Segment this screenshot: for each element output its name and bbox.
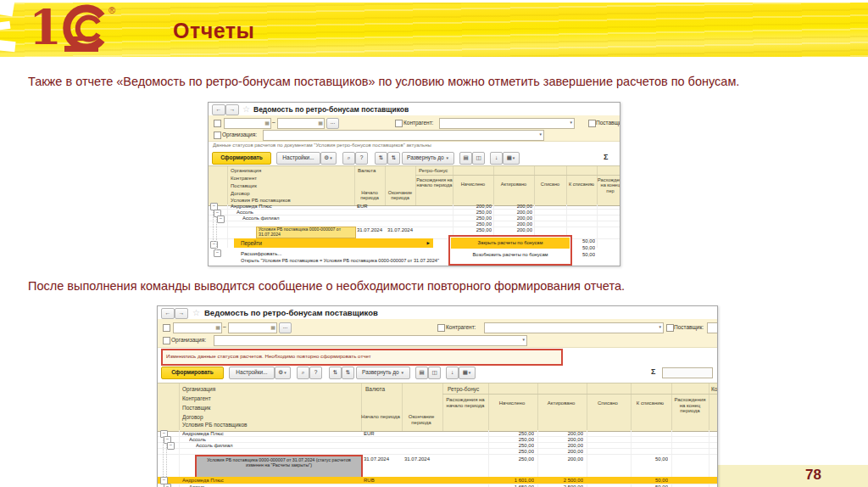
column-header-comment[interactable]: Кома [711,386,718,392]
supplier-checkbox[interactable] [588,120,596,127]
export-button[interactable]: ▦▼ [503,152,520,165]
tree-expander-icon[interactable]: − [214,249,221,257]
back-button[interactable]: ← [212,104,225,115]
period-checkbox[interactable] [214,120,221,127]
column-header-period-end[interactable]: Окончание периода [402,414,441,425]
period-end-input[interactable]: ▦ [277,118,325,129]
column-header-end-diff[interactable]: Расхождения на конец периода [672,397,708,414]
column-header-writeoff-done[interactable]: Списано [587,400,629,406]
column-header-currency[interactable]: Валюта [358,168,376,173]
period-more-button[interactable]: ... [326,118,339,129]
period-start-input[interactable]: ▦ [173,322,222,333]
find-cancel-button[interactable]: ? [309,367,322,379]
column-header-organization[interactable]: Организация [182,386,215,392]
favorite-star-icon[interactable]: ☆ [242,105,250,114]
column-divider [488,383,489,431]
favorite-star-icon[interactable]: ☆ [192,309,200,317]
column-header-supplier[interactable]: Поставщик [231,183,257,188]
print-button[interactable]: ▤ [415,367,428,379]
save-button[interactable]: ↓ [446,367,459,379]
generate-button[interactable]: Сформировать [161,367,224,379]
expand-all-button[interactable]: ⇅ [329,367,342,379]
column-header-acted[interactable]: Актировано [493,182,534,187]
preview-button[interactable]: ◫ [428,367,441,379]
find-cancel-button[interactable]: ? [355,152,368,165]
row-acted: 200,00 [539,456,583,462]
save-button[interactable]: ↓ [490,152,503,165]
generate-button[interactable]: Сформировать [212,152,271,165]
dropdown-icon: ▼ [659,325,662,329]
table-row[interactable]: Ассоль 1 650,00 2 500,00 50,00 [158,484,717,487]
organization-checkbox[interactable] [163,337,170,344]
forward-button[interactable]: → [175,308,188,319]
context-menu-item-decrypt[interactable]: Расшифровать... [241,250,282,256]
settings-button[interactable]: Настройки... [276,152,320,165]
organization-checkbox[interactable] [214,132,221,139]
status-line: Данные статусов расчетов по документам "… [213,143,431,148]
expand-to-button[interactable]: Развернуть до ▼ [402,152,454,165]
column-header-writeoff-due[interactable]: К списанию [566,182,597,187]
column-header-contract[interactable]: Договор [231,191,250,196]
supplier-checkbox[interactable] [666,324,674,332]
period-start-input[interactable]: ▦ [224,118,271,129]
organization-combo[interactable]: ▼ [263,130,544,141]
organization-combo[interactable]: ▼ [214,335,527,346]
highlighted-condition-cell[interactable]: Условия РБ поставщика 0000-000007 от 31.… [256,227,356,238]
find-button[interactable]: ⌕ [342,152,355,165]
context-menu-item-goto[interactable]: Перейти ▶ [234,238,433,248]
sigma-icon[interactable]: Σ [651,367,655,376]
table-row[interactable]: Условия РБ поставщика 0000-000007 от 31.… [158,454,717,477]
column-header-conditions[interactable]: Условия РБ поставщиков [182,422,248,428]
column-divider [537,383,538,431]
forward-button[interactable]: → [225,104,239,115]
column-header-end-diff[interactable]: Расхождения на конец пер [598,177,620,193]
collapse-all-button[interactable]: ⇅ [342,367,354,379]
column-header-accrued[interactable]: Начислено [488,400,536,406]
expand-to-button[interactable]: Развернуть до ▼ [356,367,410,379]
counterparty-combo[interactable]: ▼ [484,322,664,333]
counterparty-checkbox[interactable] [437,324,445,332]
column-header-currency[interactable]: Валюта [365,386,385,392]
context-menu-item-open[interactable]: Открыть "Условия РБ поставщиков = Услови… [241,258,439,263]
column-header-writeoff-due[interactable]: К списанию [631,400,670,406]
column-header-period-end[interactable]: Окончание периода [385,190,415,201]
column-header-supplier[interactable]: Поставщик [182,405,210,411]
back-button[interactable]: ← [161,308,175,319]
highlighted-condition-cell[interactable]: Условия РБ поставщика 0000-000007 от 31.… [195,455,363,479]
column-header-accrued[interactable]: Начислено [453,182,493,187]
sigma-icon[interactable]: Σ [604,153,608,161]
period-end-input[interactable]: ▦ [228,322,277,333]
period-checkbox[interactable] [163,324,170,332]
column-header-begin-diff[interactable]: Расхождения на начало периода [416,177,453,188]
period-more-button[interactable]: ... [279,322,292,333]
column-divider [587,383,587,431]
supplier-input[interactable] [707,322,718,333]
quick-filter-input[interactable] [662,367,713,378]
column-header-contract[interactable]: Договор [182,414,203,420]
submenu-item-resume-bonus[interactable]: Возобновить расчеты по бонусам [451,249,570,260]
tree-expander-icon[interactable]: − [217,216,225,223]
expand-all-button[interactable]: ⇅ [375,152,387,165]
settings-menu-button[interactable]: ⚙▼ [275,367,291,379]
column-header-acted[interactable]: Актировано [537,400,585,406]
counterparty-combo[interactable]: ▼ [439,118,575,129]
collapse-all-button[interactable]: ⇅ [387,152,400,165]
column-header-period-start[interactable]: Начало периода [361,414,400,420]
column-header-begin-diff[interactable]: Расхождения на начало периода [443,397,487,408]
column-header-writeoff-done[interactable]: Списано [534,182,566,187]
tree-expander-icon[interactable]: − [164,484,171,487]
settings-menu-button[interactable]: ⚙▼ [320,152,337,165]
counterparty-checkbox[interactable] [395,120,403,127]
export-button[interactable]: ▦▼ [459,367,476,379]
preview-button[interactable]: ◫ [472,152,485,165]
submenu-item-close-bonus[interactable]: Закрыть расчеты по бонусам [451,238,570,249]
column-header-organization[interactable]: Организация [231,168,261,173]
tree-expander-icon[interactable]: − [167,442,175,450]
print-button[interactable]: ▤ [459,152,472,165]
column-header-period-start[interactable]: Начало периода [354,190,385,201]
find-button[interactable]: ⌕ [297,367,309,379]
column-header-counterparty[interactable]: Контрагент [182,395,211,401]
message-annotation-box: Изменились данные статусов расчетов. Нео… [161,349,563,366]
column-header-counterparty[interactable]: Контрагент [231,176,257,181]
settings-button[interactable]: Настройки... [229,367,275,379]
